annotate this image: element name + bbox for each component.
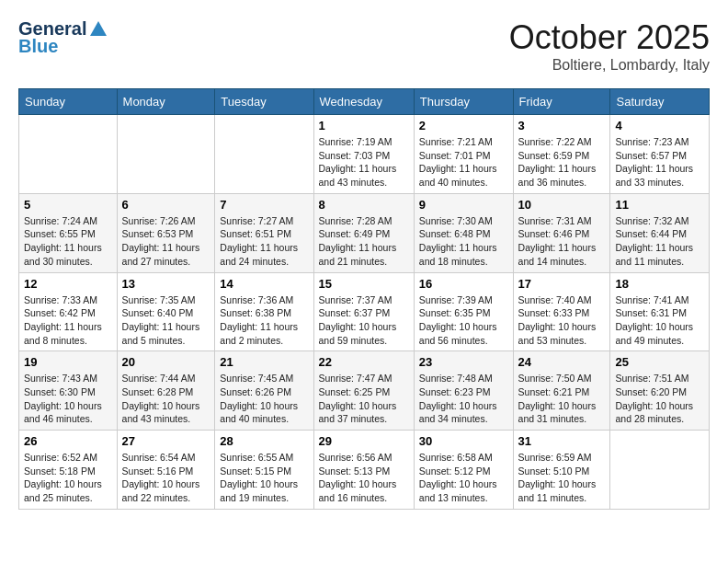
day-number: 26 xyxy=(24,434,112,448)
day-of-week-header: Saturday xyxy=(610,89,710,115)
calendar-cell: 12Sunrise: 7:33 AM Sunset: 6:42 PM Dayli… xyxy=(19,272,118,351)
location: Boltiere, Lombardy, Italy xyxy=(509,57,710,74)
calendar-cell xyxy=(215,115,313,194)
day-number: 14 xyxy=(220,277,308,291)
day-number: 5 xyxy=(24,198,112,212)
day-number: 8 xyxy=(319,198,409,212)
day-of-week-header: Sunday xyxy=(19,89,118,115)
calendar-cell xyxy=(610,431,710,510)
calendar-cell: 24Sunrise: 7:50 AM Sunset: 6:21 PM Dayli… xyxy=(513,351,610,431)
day-of-week-header: Friday xyxy=(513,89,610,115)
logo-icon xyxy=(88,19,108,40)
day-content: Sunrise: 6:59 AM Sunset: 5:10 PM Dayligh… xyxy=(518,451,606,505)
day-content: Sunrise: 7:51 AM Sunset: 6:20 PM Dayligh… xyxy=(615,372,704,426)
day-number: 31 xyxy=(518,434,606,448)
calendar-week-row: 19Sunrise: 7:43 AM Sunset: 6:30 PM Dayli… xyxy=(19,351,710,431)
day-number: 23 xyxy=(419,355,508,369)
day-number: 3 xyxy=(518,119,606,132)
day-content: Sunrise: 6:52 AM Sunset: 5:18 PM Dayligh… xyxy=(24,451,112,505)
day-number: 29 xyxy=(319,434,409,448)
calendar-cell: 19Sunrise: 7:43 AM Sunset: 6:30 PM Dayli… xyxy=(19,351,118,431)
day-content: Sunrise: 7:22 AM Sunset: 6:59 PM Dayligh… xyxy=(518,135,606,190)
day-content: Sunrise: 7:39 AM Sunset: 6:35 PM Dayligh… xyxy=(419,293,508,348)
day-content: Sunrise: 6:58 AM Sunset: 5:12 PM Dayligh… xyxy=(419,451,508,505)
day-number: 9 xyxy=(419,198,508,212)
calendar-cell: 22Sunrise: 7:47 AM Sunset: 6:25 PM Dayli… xyxy=(313,351,414,431)
day-of-week-header: Monday xyxy=(117,89,215,115)
calendar-cell: 14Sunrise: 7:36 AM Sunset: 6:38 PM Dayli… xyxy=(215,272,313,351)
calendar-cell: 2Sunrise: 7:21 AM Sunset: 7:01 PM Daylig… xyxy=(414,115,513,194)
day-number: 13 xyxy=(122,277,210,291)
day-content: Sunrise: 7:44 AM Sunset: 6:28 PM Dayligh… xyxy=(122,372,210,426)
day-content: Sunrise: 7:37 AM Sunset: 6:37 PM Dayligh… xyxy=(319,293,409,348)
calendar-cell: 11Sunrise: 7:32 AM Sunset: 6:44 PM Dayli… xyxy=(610,193,710,272)
day-content: Sunrise: 7:33 AM Sunset: 6:42 PM Dayligh… xyxy=(24,293,112,348)
day-number: 17 xyxy=(518,277,606,291)
calendar-cell: 5Sunrise: 7:24 AM Sunset: 6:55 PM Daylig… xyxy=(19,193,118,272)
calendar-week-row: 5Sunrise: 7:24 AM Sunset: 6:55 PM Daylig… xyxy=(19,193,710,272)
day-of-week-header: Tuesday xyxy=(215,89,313,115)
calendar-cell xyxy=(19,115,118,194)
day-content: Sunrise: 7:32 AM Sunset: 6:44 PM Dayligh… xyxy=(615,214,704,269)
calendar-cell: 23Sunrise: 7:48 AM Sunset: 6:23 PM Dayli… xyxy=(414,351,513,431)
calendar-cell: 3Sunrise: 7:22 AM Sunset: 6:59 PM Daylig… xyxy=(513,115,610,194)
day-content: Sunrise: 7:36 AM Sunset: 6:38 PM Dayligh… xyxy=(220,293,308,348)
day-content: Sunrise: 7:47 AM Sunset: 6:25 PM Dayligh… xyxy=(319,372,409,426)
day-number: 22 xyxy=(319,355,409,369)
day-number: 7 xyxy=(220,198,308,212)
calendar-cell: 15Sunrise: 7:37 AM Sunset: 6:37 PM Dayli… xyxy=(313,272,414,351)
day-number: 30 xyxy=(419,434,508,448)
day-content: Sunrise: 7:45 AM Sunset: 6:26 PM Dayligh… xyxy=(220,372,308,426)
logo: General Blue xyxy=(18,18,108,57)
calendar-table: SundayMondayTuesdayWednesdayThursdayFrid… xyxy=(18,88,710,510)
day-number: 20 xyxy=(122,355,210,369)
day-content: Sunrise: 7:27 AM Sunset: 6:51 PM Dayligh… xyxy=(220,214,308,269)
day-content: Sunrise: 6:55 AM Sunset: 5:15 PM Dayligh… xyxy=(220,451,308,505)
calendar-cell: 28Sunrise: 6:55 AM Sunset: 5:15 PM Dayli… xyxy=(215,431,313,510)
day-content: Sunrise: 6:54 AM Sunset: 5:16 PM Dayligh… xyxy=(122,451,210,505)
day-content: Sunrise: 7:28 AM Sunset: 6:49 PM Dayligh… xyxy=(319,214,409,269)
day-number: 12 xyxy=(24,277,112,291)
calendar-cell: 27Sunrise: 6:54 AM Sunset: 5:16 PM Dayli… xyxy=(117,431,215,510)
calendar-cell: 17Sunrise: 7:40 AM Sunset: 6:33 PM Dayli… xyxy=(513,272,610,351)
day-number: 2 xyxy=(419,119,508,132)
day-number: 6 xyxy=(122,198,210,212)
calendar-header-row: SundayMondayTuesdayWednesdayThursdayFrid… xyxy=(19,89,710,115)
day-of-week-header: Thursday xyxy=(414,89,513,115)
day-number: 10 xyxy=(518,198,606,212)
calendar-week-row: 12Sunrise: 7:33 AM Sunset: 6:42 PM Dayli… xyxy=(19,272,710,351)
day-content: Sunrise: 6:56 AM Sunset: 5:13 PM Dayligh… xyxy=(319,451,409,505)
calendar-cell: 4Sunrise: 7:23 AM Sunset: 6:57 PM Daylig… xyxy=(610,115,710,194)
day-number: 28 xyxy=(220,434,308,448)
calendar-cell: 1Sunrise: 7:19 AM Sunset: 7:03 PM Daylig… xyxy=(313,115,414,194)
page-header: General Blue October 2025 Boltiere, Lomb… xyxy=(18,18,710,74)
calendar-cell: 16Sunrise: 7:39 AM Sunset: 6:35 PM Dayli… xyxy=(414,272,513,351)
calendar-cell: 29Sunrise: 6:56 AM Sunset: 5:13 PM Dayli… xyxy=(313,431,414,510)
day-number: 15 xyxy=(319,277,409,291)
calendar-cell: 6Sunrise: 7:26 AM Sunset: 6:53 PM Daylig… xyxy=(117,193,215,272)
calendar-cell: 13Sunrise: 7:35 AM Sunset: 6:40 PM Dayli… xyxy=(117,272,215,351)
day-number: 1 xyxy=(319,119,409,132)
day-content: Sunrise: 7:31 AM Sunset: 6:46 PM Dayligh… xyxy=(518,214,606,269)
day-number: 24 xyxy=(518,355,606,369)
day-content: Sunrise: 7:43 AM Sunset: 6:30 PM Dayligh… xyxy=(24,372,112,426)
day-content: Sunrise: 7:30 AM Sunset: 6:48 PM Dayligh… xyxy=(419,214,508,269)
calendar-cell: 7Sunrise: 7:27 AM Sunset: 6:51 PM Daylig… xyxy=(215,193,313,272)
calendar-cell: 20Sunrise: 7:44 AM Sunset: 6:28 PM Dayli… xyxy=(117,351,215,431)
day-number: 18 xyxy=(615,277,704,291)
day-number: 27 xyxy=(122,434,210,448)
calendar-cell: 31Sunrise: 6:59 AM Sunset: 5:10 PM Dayli… xyxy=(513,431,610,510)
calendar-cell: 21Sunrise: 7:45 AM Sunset: 6:26 PM Dayli… xyxy=(215,351,313,431)
calendar-week-row: 26Sunrise: 6:52 AM Sunset: 5:18 PM Dayli… xyxy=(19,431,710,510)
calendar-cell: 9Sunrise: 7:30 AM Sunset: 6:48 PM Daylig… xyxy=(414,193,513,272)
day-content: Sunrise: 7:26 AM Sunset: 6:53 PM Dayligh… xyxy=(122,214,210,269)
day-content: Sunrise: 7:50 AM Sunset: 6:21 PM Dayligh… xyxy=(518,372,606,426)
day-number: 25 xyxy=(615,355,704,369)
day-content: Sunrise: 7:41 AM Sunset: 6:31 PM Dayligh… xyxy=(615,293,704,348)
calendar-cell: 25Sunrise: 7:51 AM Sunset: 6:20 PM Dayli… xyxy=(610,351,710,431)
day-number: 19 xyxy=(24,355,112,369)
calendar-week-row: 1Sunrise: 7:19 AM Sunset: 7:03 PM Daylig… xyxy=(19,115,710,194)
day-content: Sunrise: 7:19 AM Sunset: 7:03 PM Dayligh… xyxy=(319,135,409,190)
calendar-cell xyxy=(117,115,215,194)
day-content: Sunrise: 7:48 AM Sunset: 6:23 PM Dayligh… xyxy=(419,372,508,426)
